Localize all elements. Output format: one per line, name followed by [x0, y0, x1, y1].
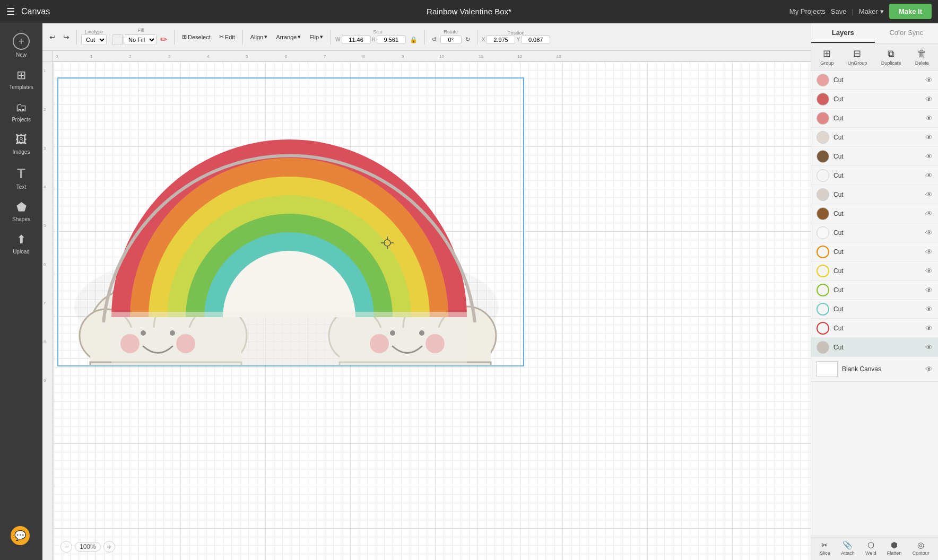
projects-icon: 🗂 — [15, 101, 27, 115]
eye-icon[interactable]: 👁 — [925, 76, 933, 84]
eye-icon[interactable]: 👁 — [925, 343, 933, 352]
layer-row[interactable]: Cut 👁 — [811, 185, 938, 204]
blank-canvas-row[interactable]: Blank Canvas 👁 — [811, 357, 938, 382]
sidebar-item-templates[interactable]: ⊞ Templates — [1, 63, 42, 95]
sidebar-item-projects[interactable]: 🗂 Projects — [1, 95, 42, 128]
sidebar-item-label: Text — [16, 184, 26, 190]
maker-button[interactable]: Maker ▾ — [859, 7, 884, 15]
edit-button[interactable]: ✂ Edit — [216, 31, 238, 42]
slice-button[interactable]: ✂ Slice — [820, 540, 830, 556]
sidebar-item-text[interactable]: T Text — [1, 160, 42, 195]
tab-layers[interactable]: Layers — [811, 23, 875, 43]
contour-icon: ◎ — [917, 540, 924, 550]
layer-row[interactable]: Cut 👁 — [811, 128, 938, 147]
app-title: Canvas — [21, 7, 50, 16]
my-projects-button[interactable]: My Projects — [789, 7, 826, 15]
rotate-minus-button[interactable]: ↺ — [429, 34, 439, 45]
eye-icon[interactable]: 👁 — [925, 133, 933, 142]
sidebar-item-new[interactable]: + New — [1, 28, 42, 63]
group-icon: ⊞ — [823, 48, 831, 59]
zoom-in-button[interactable]: + — [103, 541, 115, 553]
eye-icon[interactable]: 👁 — [925, 229, 933, 237]
flip-button[interactable]: Flip ▾ — [306, 31, 326, 42]
undo-button[interactable]: ↩ — [47, 31, 58, 43]
svg-rect-47 — [111, 312, 467, 365]
layer-row[interactable]: Cut 👁 — [811, 204, 938, 223]
layer-row[interactable]: Cut 👁 — [811, 338, 938, 357]
group-button[interactable]: ⊞ Group — [818, 47, 836, 67]
eye-icon[interactable]: 👁 — [925, 114, 933, 122]
eye-icon[interactable]: 👁 — [925, 305, 933, 313]
y-input[interactable] — [521, 36, 550, 44]
layer-row[interactable]: Cut 👁 — [811, 261, 938, 281]
upload-icon: ⬆ — [16, 233, 26, 247]
layer-row[interactable]: Cut 👁 — [811, 90, 938, 109]
chevron-down-icon: ▾ — [264, 33, 267, 40]
sidebar-item-label: Upload — [13, 249, 30, 255]
layer-row[interactable]: Cut 👁 — [811, 300, 938, 319]
sidebar-item-images[interactable]: 🖼 Images — [1, 128, 42, 160]
layer-row[interactable]: Cut 👁 — [811, 281, 938, 300]
flatten-button[interactable]: ⬢ Flatten — [887, 540, 902, 556]
grid-canvas[interactable]: − 100% + — [53, 62, 811, 560]
save-button[interactable]: Save — [831, 7, 847, 15]
eye-icon[interactable]: 👁 — [925, 95, 933, 103]
delete-button[interactable]: 🗑 Delete — [913, 47, 931, 67]
eye-icon[interactable]: 👁 — [925, 209, 933, 218]
rainbow-illustration[interactable] — [58, 78, 520, 365]
zoom-out-button[interactable]: − — [60, 541, 72, 553]
layer-row[interactable]: Cut 👁 — [811, 223, 938, 242]
chevron-down-icon: ▾ — [880, 7, 884, 15]
fill-color-swatch[interactable] — [112, 34, 123, 45]
fill-label: Fill — [138, 28, 144, 33]
eye-icon[interactable]: 👁 — [925, 365, 933, 373]
layer-row[interactable]: Cut 👁 — [811, 109, 938, 128]
eye-icon[interactable]: 👁 — [925, 171, 933, 180]
layer-row[interactable]: Cut 👁 — [811, 242, 938, 261]
layer-row[interactable]: Cut 👁 — [811, 71, 938, 90]
layer-row[interactable]: Cut 👁 — [811, 319, 938, 338]
eye-icon[interactable]: 👁 — [925, 267, 933, 275]
duplicate-button[interactable]: ⧉ Duplicate — [879, 47, 904, 67]
width-input[interactable] — [342, 36, 371, 44]
eye-icon[interactable]: 👁 — [925, 248, 933, 256]
sidebar-item-upload[interactable]: ⬆ Upload — [1, 228, 42, 260]
arrange-button[interactable]: Arrange ▾ — [273, 31, 304, 42]
ungroup-button[interactable]: ⊟ UnGroup — [846, 47, 870, 67]
linetype-select[interactable]: Cut — [81, 34, 107, 45]
weld-button[interactable]: ⬡ Weld — [865, 540, 876, 556]
zoom-level: 100% — [75, 542, 101, 552]
lock-ratio-button[interactable]: 🔒 — [407, 34, 420, 45]
redo-button[interactable]: ↪ — [60, 31, 72, 43]
layer-swatch — [817, 169, 829, 182]
height-input[interactable] — [377, 36, 406, 44]
eye-icon[interactable]: 👁 — [925, 324, 933, 332]
vertical-ruler: 1 2 3 4 5 6 7 8 9 — [42, 62, 53, 560]
ungroup-icon: ⊟ — [853, 48, 861, 59]
deselect-button[interactable]: ⊞ Deselect — [179, 31, 214, 42]
eye-icon[interactable]: 👁 — [925, 286, 933, 294]
layer-swatch — [817, 93, 829, 106]
make-it-button[interactable]: Make It — [889, 4, 932, 19]
fill-select[interactable]: No Fill — [124, 34, 157, 45]
sidebar-item-shapes[interactable]: ⬟ Shapes — [1, 195, 42, 228]
svg-text:12: 12 — [517, 54, 522, 59]
sidebar-item-label: Projects — [12, 117, 31, 122]
x-input[interactable] — [486, 36, 515, 44]
tab-color-sync[interactable]: Color Sync — [875, 23, 939, 43]
contour-button[interactable]: ◎ Contour — [913, 540, 930, 556]
fill-edit-button[interactable]: ✏ — [158, 33, 170, 46]
eye-icon[interactable]: 👁 — [925, 190, 933, 199]
layer-label: Cut — [833, 210, 921, 217]
menu-icon[interactable]: ☰ — [6, 6, 15, 18]
layer-row[interactable]: Cut 👁 — [811, 166, 938, 185]
align-button[interactable]: Align ▾ — [247, 31, 271, 42]
layers-bottom-bar: ✂ Slice 📎 Attach ⬡ Weld ⬢ Flatten ◎ Cont… — [811, 536, 938, 560]
chat-button[interactable]: 💬 — [11, 526, 30, 545]
svg-text:1: 1 — [90, 54, 93, 59]
rotate-input[interactable] — [440, 36, 462, 44]
rotate-plus-button[interactable]: ↻ — [463, 34, 473, 45]
eye-icon[interactable]: 👁 — [925, 152, 933, 161]
layer-row[interactable]: Cut 👁 — [811, 147, 938, 166]
attach-button[interactable]: 📎 Attach — [841, 540, 855, 556]
